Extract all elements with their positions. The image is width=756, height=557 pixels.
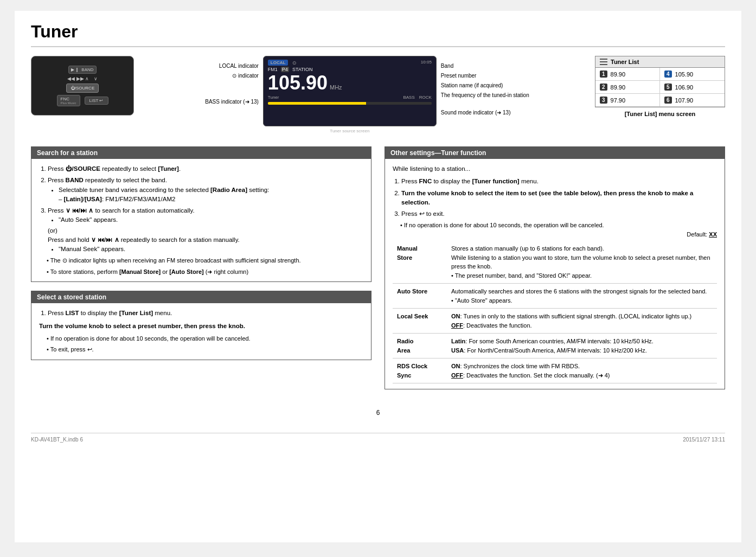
search-section: Search for a station Press ⏻/SOURCE repe… xyxy=(31,146,371,282)
tuner-source-screen-label: Tuner source screen xyxy=(263,129,437,133)
search-step-1: Press ⏻/SOURCE repeatedly to select [Tun… xyxy=(48,164,363,174)
default-value: XX xyxy=(709,231,717,238)
page-number: 6 xyxy=(31,409,725,417)
band-note: Selectable tuner band varies according t… xyxy=(59,185,363,204)
left-column: Search for a station Press ⏻/SOURCE repe… xyxy=(31,146,371,398)
footer-right: 2015/11/27 13:11 xyxy=(683,437,725,443)
svg-rect-1 xyxy=(600,61,607,62)
device-row1: ▶ ‖ BAND xyxy=(68,66,96,74)
other-step-3: Press ↩ to exit. xyxy=(401,209,717,219)
progress-bar xyxy=(268,102,432,105)
radio-area-desc: Latin: For some South American countries… xyxy=(447,334,717,358)
bass-label: BASS xyxy=(403,95,414,100)
preset-4: 4 xyxy=(664,71,672,78)
default-row: Default: XX xyxy=(393,230,717,239)
manual-seek-note: "Manual Seek" appears. xyxy=(59,245,363,254)
rds-clock-term: RDS ClockSync xyxy=(393,358,447,383)
search-content: Press ⏻/SOURCE repeatedly to select [Tun… xyxy=(31,159,371,281)
auto-store-row: Auto Store Automatically searches and st… xyxy=(393,284,717,309)
device-box: ▶ ‖ BAND ◀◀ ▶▶ ∧ ∨ ⏻/SOURCE FNCPlus Musi… xyxy=(31,56,134,116)
tuner-list-header: Tuner List xyxy=(595,56,725,68)
mhz-unit: MHz xyxy=(330,84,342,91)
source-button: ⏻/SOURCE xyxy=(66,84,99,93)
freq-1: 89.90 xyxy=(611,71,626,78)
store-note: To store stations, perform [Manual Store… xyxy=(47,267,363,277)
tuner-label: Tuner xyxy=(268,95,279,100)
preset-2: 2 xyxy=(600,84,607,91)
screen-bottom-bar: Tuner BASS ROCK xyxy=(268,95,432,100)
list-item: 2 89.90 xyxy=(595,81,660,94)
station-name-label: Station name (if acquired) xyxy=(441,81,529,91)
rds-clock-desc: ON: Synchronizes the clock time with FM … xyxy=(447,358,717,383)
radio-area-row: RadioArea Latin: For some South American… xyxy=(393,334,717,358)
select-note-1: If no operation is done for about 10 sec… xyxy=(47,334,363,343)
screen-wrapper: LOCAL ⊙ 10:05 FM1 P4 STATION 105.90 xyxy=(263,56,437,133)
freq-3: 97.90 xyxy=(611,97,626,104)
manual-store-term: ManualStore xyxy=(393,241,447,284)
content-columns: Search for a station Press ⏻/SOURCE repe… xyxy=(31,146,725,398)
screen-top-bar: LOCAL ⊙ 10:05 xyxy=(268,60,432,66)
device-image: ▶ ‖ BAND ◀◀ ▶▶ ∧ ∨ ⏻/SOURCE FNCPlus Musi… xyxy=(31,56,139,116)
indicator-label: ⊙ indicator xyxy=(205,71,259,81)
screen-diagram: LOCAL indicator ⊙ indicator BASS indicat… xyxy=(156,56,579,133)
auto-seek-note: "Auto Seek" appears. xyxy=(59,215,363,225)
preset-3: 3 xyxy=(600,97,607,104)
rock-label: ROCK xyxy=(419,95,432,100)
select-step-1: Press LIST to display the [Tuner List] m… xyxy=(48,309,363,318)
freq-4: 105.90 xyxy=(675,71,694,78)
left-annotations: LOCAL indicator ⊙ indicator BASS indicat… xyxy=(205,56,263,107)
search-header: Search for a station xyxy=(31,147,371,159)
tuner-list-grid: 1 89.90 4 105.90 2 89.90 5 106.90 xyxy=(595,68,725,107)
other-settings-header: Other settings—Tuner function xyxy=(385,147,725,159)
other-intro: While listening to a station... xyxy=(393,164,717,174)
footer-left: KD-AV41BT_K.indb 6 xyxy=(31,437,83,443)
freq-6: 107.90 xyxy=(675,97,694,104)
tuner-screen: LOCAL ⊙ 10:05 FM1 P4 STATION 105.90 xyxy=(263,56,437,126)
list-icon xyxy=(600,59,607,65)
svg-rect-2 xyxy=(600,64,607,65)
rds-clock-row: RDS ClockSync ON: Synchronizes the clock… xyxy=(393,358,717,383)
local-seek-desc: ON: Tunes in only to the stations with s… xyxy=(447,309,717,334)
list-button: LIST ↩ xyxy=(85,97,108,105)
local-badge: LOCAL xyxy=(268,60,289,66)
diagram-section: ▶ ‖ BAND ◀◀ ▶▶ ∧ ∨ ⏻/SOURCE FNCPlus Musi… xyxy=(31,56,725,133)
bass-rock-controls: BASS ROCK xyxy=(403,95,431,100)
local-seek-row: Local Seek ON: Tunes in only to the stat… xyxy=(393,309,717,334)
preset-number-label: Preset number xyxy=(441,71,529,81)
preset-5: 5 xyxy=(664,84,672,91)
or-label: (or) xyxy=(48,227,57,234)
auto-store-term: Auto Store xyxy=(393,284,447,309)
band-label-ann: Band xyxy=(441,61,529,71)
list-item: 5 106.90 xyxy=(660,81,725,94)
other-step-1: Press FNC to display the [Tuner function… xyxy=(401,177,717,186)
local-seek-term: Local Seek xyxy=(393,309,447,334)
manual-store-desc: Stores a station manually (up to 6 stati… xyxy=(447,241,717,284)
list-item: 3 97.90 xyxy=(595,94,660,107)
preset-6: 6 xyxy=(664,97,672,104)
list-item: 1 89.90 xyxy=(595,68,660,81)
freq-2: 89.90 xyxy=(611,84,626,91)
radio-area-term: RadioArea xyxy=(393,334,447,358)
select-header: Select a stored station xyxy=(31,291,371,303)
local-indicator-label: LOCAL indicator xyxy=(205,61,259,71)
svg-rect-0 xyxy=(600,59,607,60)
tuner-list-caption: [Tuner List] menu screen xyxy=(625,111,696,117)
footer: KD-AV41BT_K.indb 6 2015/11/27 13:11 xyxy=(31,433,725,443)
frequency-ann-label: The frequency of the tuned-in station xyxy=(441,91,529,100)
list-item: 4 105.90 xyxy=(660,68,725,81)
bass-indicator-label: BASS indicator (➜ 13) xyxy=(205,97,259,107)
time-display: 10:05 xyxy=(421,60,432,66)
other-settings-section: Other settings—Tuner function While list… xyxy=(385,146,725,389)
manual-store-row: ManualStore Stores a station manually (u… xyxy=(393,241,717,284)
fnc-button: FNCPlus Music xyxy=(57,95,80,106)
list-item: 6 107.90 xyxy=(660,94,725,107)
fm-stereo-note: The ⊙ indicator lights up when receiving… xyxy=(47,256,363,265)
device-play-btn: ▶ ‖ BAND xyxy=(68,66,96,74)
other-step-2: Turn the volume knob to select the item … xyxy=(401,189,717,208)
auto-store-desc: Automatically searches and stores the 6 … xyxy=(447,284,717,309)
other-settings-content: While listening to a station... Press FN… xyxy=(385,159,725,389)
screen-with-annotations: LOCAL indicator ⊙ indicator BASS indicat… xyxy=(156,56,579,133)
page-title: Tuner xyxy=(31,22,725,47)
settings-table: ManualStore Stores a station manually (u… xyxy=(393,241,717,383)
search-step-3: Press ∨ ⏮/⏭ ∧ to search for a station au… xyxy=(48,206,363,254)
